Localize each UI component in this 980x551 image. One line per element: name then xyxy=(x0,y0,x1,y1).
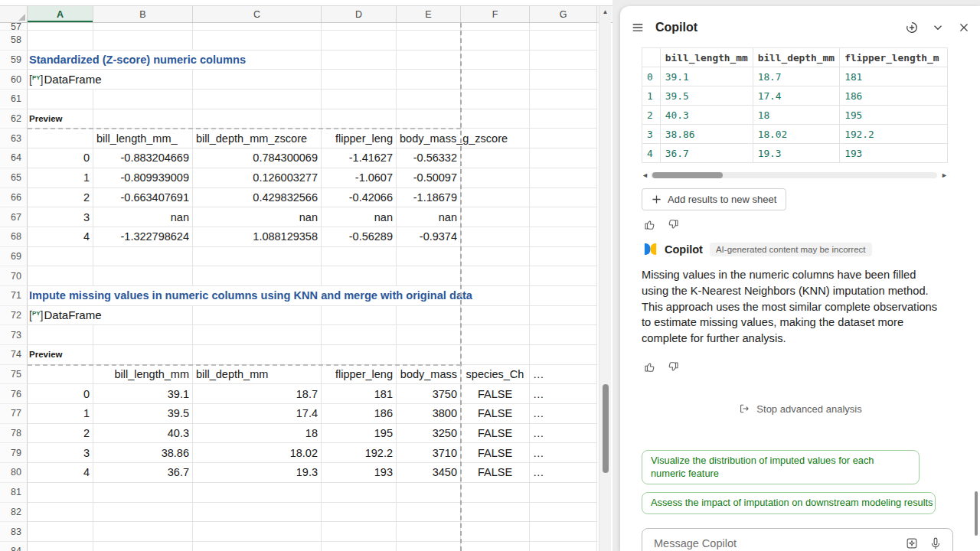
cell[interactable]: … xyxy=(530,365,597,385)
cell[interactable] xyxy=(397,542,461,551)
cell[interactable] xyxy=(28,483,93,503)
cell[interactable] xyxy=(193,542,322,551)
cell[interactable] xyxy=(461,522,530,542)
cell[interactable]: 1 xyxy=(28,168,93,188)
cell[interactable] xyxy=(93,90,193,109)
cell[interactable] xyxy=(28,31,93,51)
cell[interactable]: 3710 xyxy=(397,443,461,463)
cell[interactable]: 0 xyxy=(28,148,93,168)
row-number[interactable]: 62 xyxy=(0,109,28,129)
cell[interactable] xyxy=(193,266,322,286)
cell[interactable]: -1.18679 xyxy=(397,188,461,208)
cell[interactable]: 2 xyxy=(28,188,93,208)
row-number[interactable]: 84 xyxy=(0,542,28,551)
cell[interactable] xyxy=(28,266,93,286)
cell[interactable]: -0.883204669 xyxy=(93,148,193,168)
cell[interactable]: … xyxy=(530,424,597,444)
cell[interactable] xyxy=(93,247,193,267)
sheet-scrollbar-thumb[interactable] xyxy=(603,384,609,473)
cell[interactable] xyxy=(193,325,322,345)
row-number[interactable]: 79 xyxy=(0,443,28,463)
cell[interactable] xyxy=(322,503,397,523)
cell[interactable]: 0.126003277 xyxy=(193,168,322,188)
thumbs-down-icon[interactable] xyxy=(667,218,680,231)
cell[interactable] xyxy=(397,306,461,326)
cell[interactable] xyxy=(530,207,597,227)
cell[interactable] xyxy=(397,109,461,129)
cell[interactable] xyxy=(28,503,93,523)
cell[interactable] xyxy=(397,522,461,542)
menu-icon[interactable] xyxy=(631,21,645,34)
cell[interactable]: 3750 xyxy=(397,384,461,404)
cell[interactable]: -0.56332 xyxy=(397,148,461,168)
cell[interactable] xyxy=(193,23,322,31)
cell[interactable]: 4 xyxy=(28,227,93,247)
cell[interactable]: 3450 xyxy=(397,463,461,483)
cell[interactable] xyxy=(93,483,193,503)
cell[interactable] xyxy=(322,345,397,365)
cell[interactable] xyxy=(461,168,530,188)
row-number[interactable]: 68 xyxy=(0,227,28,247)
cell[interactable] xyxy=(322,542,397,551)
cell[interactable] xyxy=(93,542,193,551)
cell[interactable]: 39.1 xyxy=(93,384,193,404)
cell[interactable] xyxy=(322,306,397,326)
row-number[interactable]: 69 xyxy=(0,247,28,267)
cell[interactable] xyxy=(461,503,530,523)
column-header-E[interactable]: E xyxy=(397,6,461,22)
cell[interactable] xyxy=(322,90,397,109)
cell[interactable] xyxy=(93,345,193,365)
cell[interactable] xyxy=(193,247,322,267)
cell[interactable] xyxy=(461,70,530,90)
pane-scrollbar-thumb[interactable] xyxy=(975,491,978,536)
cell[interactable] xyxy=(93,306,193,326)
message-input[interactable] xyxy=(652,536,862,550)
cell[interactable] xyxy=(193,90,322,109)
cell[interactable]: … xyxy=(530,384,597,404)
close-icon[interactable] xyxy=(957,21,971,34)
cell[interactable]: -1.0607 xyxy=(322,168,397,188)
row-number[interactable]: 80 xyxy=(0,463,28,483)
cell[interactable] xyxy=(397,247,461,267)
cell[interactable]: -0.50097 xyxy=(397,168,461,188)
cell[interactable]: 38.86 xyxy=(93,443,193,463)
cell[interactable] xyxy=(461,247,530,267)
cell[interactable]: 17.4 xyxy=(193,404,322,424)
cell[interactable] xyxy=(461,207,530,227)
cell[interactable]: -0.809939009 xyxy=(93,168,193,188)
cell[interactable] xyxy=(397,90,461,109)
cell[interactable]: 192.2 xyxy=(322,443,397,463)
stop-analysis-button[interactable]: Stop advanced analysis xyxy=(738,403,861,415)
row-number[interactable]: 82 xyxy=(0,503,28,523)
cell[interactable] xyxy=(93,522,193,542)
cell[interactable] xyxy=(530,109,597,129)
cell[interactable] xyxy=(530,286,597,306)
cell[interactable] xyxy=(530,266,597,286)
cell[interactable] xyxy=(461,23,530,31)
cell[interactable]: -1.41627 xyxy=(322,148,397,168)
cell[interactable]: FALSE xyxy=(461,424,530,444)
row-number[interactable]: 61 xyxy=(0,90,28,109)
cell[interactable]: bill_length_mm_ xyxy=(93,129,193,148)
cell[interactable] xyxy=(93,503,193,523)
cell[interactable] xyxy=(461,188,530,208)
cell[interactable] xyxy=(461,148,530,168)
cell[interactable] xyxy=(322,23,397,31)
cell[interactable] xyxy=(193,522,322,542)
cell[interactable] xyxy=(28,90,93,109)
cell[interactable] xyxy=(530,70,597,90)
row-number[interactable]: 74 xyxy=(0,345,28,365)
row-number[interactable]: 58 xyxy=(0,31,28,51)
scroll-left-icon[interactable]: ◄ xyxy=(642,171,648,180)
cell[interactable] xyxy=(93,325,193,345)
cell[interactable]: -0.9374 xyxy=(397,227,461,247)
cell[interactable] xyxy=(322,247,397,267)
cell[interactable] xyxy=(397,266,461,286)
row-number[interactable]: 60 xyxy=(0,70,28,90)
cell[interactable]: nan xyxy=(322,207,397,227)
thumbs-down-icon[interactable] xyxy=(667,360,680,373)
row-number[interactable]: 78 xyxy=(0,424,28,444)
cell[interactable] xyxy=(530,129,597,148)
chevron-down-icon[interactable] xyxy=(931,21,945,34)
cell[interactable] xyxy=(530,345,597,365)
